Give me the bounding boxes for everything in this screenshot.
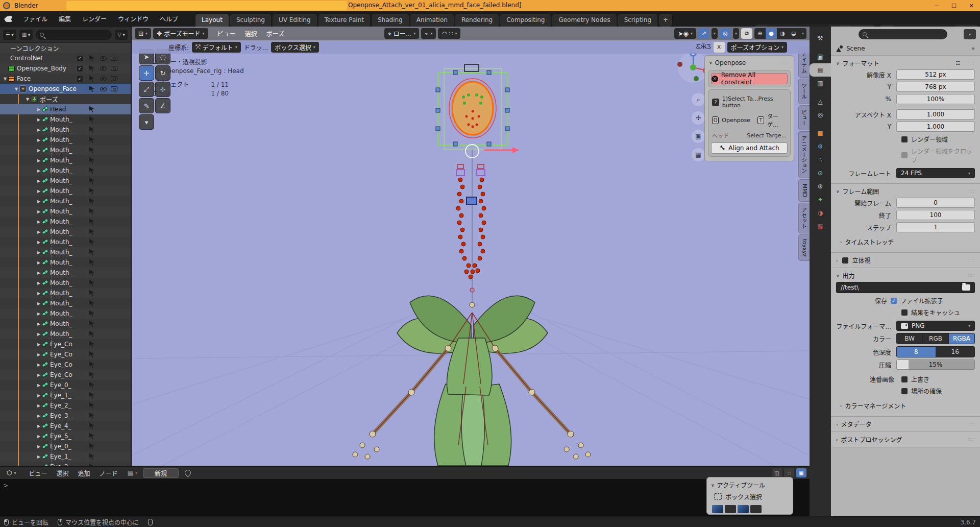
object-data-icon[interactable]: ✦: [810, 193, 831, 206]
folder-icon[interactable]: [962, 284, 970, 291]
pointer-toggle-icon[interactable]: [88, 309, 96, 318]
drag-dropdown[interactable]: ボックス選択▾: [271, 42, 319, 53]
selectability-dropdown[interactable]: ➤◉▾: [674, 28, 696, 39]
menu-item-4[interactable]: ヘルプ: [155, 12, 183, 25]
expand-arrow-icon[interactable]: ▶: [36, 291, 42, 296]
tool-icon[interactable]: ⚒: [810, 32, 831, 45]
pose-options-dropdown[interactable]: ポーズオプション▾: [727, 42, 787, 53]
frame-range-title[interactable]: フレーム範囲: [843, 187, 879, 196]
workspace-tab-scripting[interactable]: Scripting: [618, 13, 658, 27]
snap-icon[interactable]: ◫: [772, 468, 782, 477]
pointer-toggle-icon[interactable]: [88, 85, 96, 93]
outliner-row[interactable]: ▶Mouth_: [0, 155, 131, 165]
editor-type-button[interactable]: ⬡▾: [3, 468, 20, 478]
outliner-row[interactable]: ControlNet✓: [0, 53, 131, 63]
pointer-toggle-icon[interactable]: [88, 330, 96, 338]
sidebar-tab-toyxyz[interactable]: toyxyz: [798, 234, 810, 261]
outliner-row[interactable]: ▶Eye_1_: [0, 451, 131, 462]
add-workspace-button[interactable]: +: [658, 13, 673, 27]
transform-tool-button[interactable]: ⊹: [155, 82, 170, 97]
pointer-toggle-icon[interactable]: [88, 432, 96, 440]
pointer-toggle-icon[interactable]: [88, 299, 96, 307]
pointer-toggle-icon[interactable]: [88, 218, 96, 226]
expand-arrow-icon[interactable]: ▶: [36, 352, 42, 357]
post-processing-title[interactable]: ポストプロセッシング: [841, 435, 902, 444]
expand-arrow-icon[interactable]: ▶: [36, 301, 42, 306]
openpose-object-label[interactable]: Openpose: [722, 117, 750, 124]
workspace-tab-layout[interactable]: Layout: [195, 13, 229, 27]
pointer-toggle-icon[interactable]: [88, 187, 96, 195]
outliner-row[interactable]: ▶Mouth_: [0, 308, 131, 319]
workspace-tab-uv-editing[interactable]: UV Editing: [272, 13, 317, 27]
node-menu-0[interactable]: ビュー: [25, 468, 52, 478]
outliner-display-mode-icon[interactable]: ☰▾: [3, 30, 16, 40]
pointer-toggle-icon[interactable]: [88, 340, 96, 348]
outliner-row[interactable]: ▶Head: [0, 104, 131, 114]
outliner-filter-mode-icon[interactable]: ▥▾: [19, 30, 33, 40]
expand-arrow-icon[interactable]: ▶: [36, 414, 42, 418]
collapse-icon[interactable]: ∨: [836, 189, 840, 194]
outliner-row[interactable]: ▶Eye_Co: [0, 360, 131, 370]
collapse-icon[interactable]: ∨: [709, 60, 713, 65]
expand-arrow-icon[interactable]: ▶: [36, 332, 42, 337]
outliner-row[interactable]: ▶Mouth_: [0, 288, 131, 298]
resolution-y-field[interactable]: 768 px: [896, 82, 975, 92]
crop-region-checkbox[interactable]: [901, 152, 908, 158]
physics-icon[interactable]: ⊙: [810, 166, 831, 180]
scale-tool-button[interactable]: ⤢: [139, 82, 154, 97]
gizmo-dropdown[interactable]: ▾: [712, 28, 718, 39]
expand-arrow-icon[interactable]: ▶: [36, 444, 42, 449]
rotate-tool-button[interactable]: ↻: [155, 65, 170, 81]
pointer-toggle-icon[interactable]: [88, 391, 96, 399]
outliner-row[interactable]: ▶Mouth_: [0, 319, 131, 329]
outliner-row[interactable]: ▶Mouth_: [0, 206, 131, 217]
stereoscopy-title[interactable]: 立体視: [852, 256, 871, 265]
outliner-row[interactable]: ーンコレクション: [0, 43, 131, 53]
ortho-grid-icon[interactable]: ▦: [692, 148, 705, 161]
outliner-row[interactable]: ▶Mouth_: [0, 227, 131, 237]
node-menu-3[interactable]: ノード: [95, 468, 122, 478]
compression-slider[interactable]: 15%: [896, 360, 975, 370]
expand-arrow-icon[interactable]: ▼: [13, 87, 19, 91]
shading-solid-icon[interactable]: ●: [766, 28, 777, 39]
aspect-y-field[interactable]: 1.000: [896, 122, 975, 132]
new-node-tree-button[interactable]: 新規: [143, 468, 179, 478]
expand-arrow-icon[interactable]: ▼: [24, 97, 31, 102]
funnel-filter-icon[interactable]: ▽▾: [115, 30, 128, 40]
expand-arrow-icon[interactable]: ▼: [2, 77, 8, 81]
expand-arrow-icon[interactable]: ▶: [36, 260, 42, 265]
expand-arrow-icon[interactable]: ▶: [36, 158, 42, 163]
expand-arrow-icon[interactable]: ▶: [36, 383, 42, 388]
zoom-icon[interactable]: ⌕: [692, 93, 705, 106]
expand-arrow-icon[interactable]: ▶: [36, 199, 42, 204]
outliner-row[interactable]: ▶Eye_2: [0, 462, 131, 466]
expand-icon[interactable]: ›: [840, 403, 842, 409]
expand-arrow-icon[interactable]: ▶: [36, 220, 42, 224]
outliner-row[interactable]: ▶Mouth_: [0, 186, 131, 196]
snap-dropdown[interactable]: ⌁▾: [421, 28, 436, 39]
pointer-toggle-icon[interactable]: [88, 166, 96, 175]
workspace-tab-rendering[interactable]: Rendering: [455, 13, 499, 27]
camera-toggle-icon[interactable]: [110, 75, 118, 83]
depth-16-option[interactable]: 16: [936, 347, 975, 357]
coord-dropdown[interactable]: ⤱ デフォルト▾: [192, 42, 241, 53]
pointer-toggle-icon[interactable]: [88, 422, 96, 430]
pointer-toggle-icon[interactable]: [88, 105, 96, 113]
texture-icon[interactable]: ▩: [810, 220, 831, 233]
palette-swatch[interactable]: [738, 505, 749, 513]
output-path-field[interactable]: //test\: [836, 282, 975, 293]
outliner-row[interactable]: Openpose_Body✓: [0, 63, 131, 74]
pointer-toggle-icon[interactable]: [88, 115, 96, 124]
color-rgb-option[interactable]: RGB: [923, 333, 949, 344]
eye-toggle-icon[interactable]: [99, 54, 107, 62]
shading-rendered-icon[interactable]: ◒: [788, 28, 799, 39]
menu-item-0[interactable]: ファイル: [18, 12, 52, 25]
object-icon[interactable]: ■: [810, 127, 831, 140]
pointer-toggle-icon[interactable]: [88, 381, 96, 389]
expand-arrow-icon[interactable]: ▶: [36, 271, 42, 275]
metadata-title[interactable]: メタデータ: [841, 420, 872, 428]
outliner-row[interactable]: ▶Mouth_: [0, 257, 131, 268]
palette-swatch[interactable]: [712, 505, 723, 513]
properties-filter-dropdown[interactable]: ▾: [964, 29, 976, 39]
outliner-row[interactable]: ▶Eye_1_: [0, 390, 131, 400]
